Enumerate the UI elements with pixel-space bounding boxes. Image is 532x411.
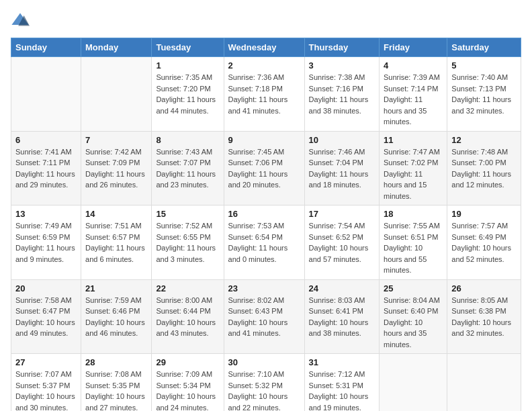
- calendar-cell: 4Sunrise: 7:39 AM Sunset: 7:14 PM Daylig…: [380, 57, 447, 132]
- calendar-cell: 15Sunrise: 7:52 AM Sunset: 6:55 PM Dayli…: [152, 205, 224, 280]
- day-info: Sunrise: 7:35 AM Sunset: 7:20 PM Dayligh…: [156, 72, 219, 116]
- calendar-cell: 2Sunrise: 7:36 AM Sunset: 7:18 PM Daylig…: [224, 57, 304, 132]
- day-number: 5: [451, 60, 517, 71]
- calendar-cell: 28Sunrise: 7:08 AM Sunset: 5:35 PM Dayli…: [81, 354, 152, 412]
- weekday-header-row: SundayMondayTuesdayWednesdayThursdayFrid…: [11, 38, 521, 57]
- calendar-cell: 21Sunrise: 7:59 AM Sunset: 6:46 PM Dayli…: [81, 279, 152, 354]
- page-header: [11, 11, 521, 30]
- weekday-header-monday: Monday: [81, 38, 152, 57]
- logo-icon: [11, 11, 30, 30]
- weekday-header-saturday: Saturday: [447, 38, 521, 57]
- day-number: 10: [309, 135, 375, 145]
- calendar-cell: 23Sunrise: 8:02 AM Sunset: 6:43 PM Dayli…: [224, 279, 304, 354]
- day-number: 27: [15, 357, 77, 367]
- calendar-cell: 26Sunrise: 8:05 AM Sunset: 6:38 PM Dayli…: [447, 279, 521, 354]
- calendar-cell: 13Sunrise: 7:49 AM Sunset: 6:59 PM Dayli…: [11, 205, 81, 280]
- day-number: 11: [384, 135, 443, 145]
- weekday-header-tuesday: Tuesday: [152, 38, 224, 57]
- day-number: 14: [85, 209, 147, 219]
- calendar-cell: 12Sunrise: 7:48 AM Sunset: 7:00 PM Dayli…: [447, 131, 521, 205]
- day-info: Sunrise: 8:02 AM Sunset: 6:43 PM Dayligh…: [228, 295, 300, 339]
- day-number: 22: [156, 283, 219, 293]
- logo: [11, 11, 32, 30]
- day-number: 28: [85, 357, 147, 367]
- day-info: Sunrise: 7:41 AM Sunset: 7:11 PM Dayligh…: [15, 146, 77, 191]
- day-number: 29: [156, 357, 219, 367]
- calendar-cell: [11, 57, 81, 132]
- day-info: Sunrise: 7:47 AM Sunset: 7:02 PM Dayligh…: [384, 146, 443, 202]
- day-info: Sunrise: 7:46 AM Sunset: 7:04 PM Dayligh…: [309, 146, 375, 191]
- calendar-cell: 11Sunrise: 7:47 AM Sunset: 7:02 PM Dayli…: [380, 131, 447, 205]
- day-number: 6: [15, 135, 77, 145]
- calendar-cell: 18Sunrise: 7:55 AM Sunset: 6:51 PM Dayli…: [380, 205, 447, 280]
- day-info: Sunrise: 7:38 AM Sunset: 7:16 PM Dayligh…: [309, 72, 375, 116]
- day-number: 8: [156, 135, 219, 145]
- day-number: 26: [451, 283, 517, 293]
- calendar-cell: 14Sunrise: 7:51 AM Sunset: 6:57 PM Dayli…: [81, 205, 152, 280]
- calendar-cell: 20Sunrise: 7:58 AM Sunset: 6:47 PM Dayli…: [11, 279, 81, 354]
- calendar-cell: 9Sunrise: 7:45 AM Sunset: 7:06 PM Daylig…: [224, 131, 304, 205]
- day-info: Sunrise: 7:36 AM Sunset: 7:18 PM Dayligh…: [228, 72, 300, 116]
- calendar-cell: 31Sunrise: 7:12 AM Sunset: 5:31 PM Dayli…: [304, 354, 379, 412]
- day-info: Sunrise: 7:57 AM Sunset: 6:49 PM Dayligh…: [451, 220, 517, 265]
- calendar-cell: 1Sunrise: 7:35 AM Sunset: 7:20 PM Daylig…: [152, 57, 224, 132]
- day-number: 13: [15, 209, 77, 219]
- day-number: 1: [156, 60, 219, 71]
- calendar-cell: 17Sunrise: 7:54 AM Sunset: 6:52 PM Dayli…: [304, 205, 379, 280]
- day-info: Sunrise: 7:52 AM Sunset: 6:55 PM Dayligh…: [156, 220, 219, 265]
- day-info: Sunrise: 7:53 AM Sunset: 6:54 PM Dayligh…: [228, 220, 300, 265]
- weekday-header-wednesday: Wednesday: [224, 38, 304, 57]
- day-info: Sunrise: 7:42 AM Sunset: 7:09 PM Dayligh…: [85, 146, 147, 191]
- day-info: Sunrise: 7:54 AM Sunset: 6:52 PM Dayligh…: [309, 220, 375, 265]
- day-info: Sunrise: 8:04 AM Sunset: 6:40 PM Dayligh…: [384, 295, 443, 351]
- calendar-week-1: 1Sunrise: 7:35 AM Sunset: 7:20 PM Daylig…: [11, 57, 521, 132]
- day-info: Sunrise: 7:07 AM Sunset: 5:37 PM Dayligh…: [15, 369, 77, 411]
- day-info: Sunrise: 7:08 AM Sunset: 5:35 PM Dayligh…: [85, 369, 147, 411]
- calendar-cell: 7Sunrise: 7:42 AM Sunset: 7:09 PM Daylig…: [81, 131, 152, 205]
- day-info: Sunrise: 7:51 AM Sunset: 6:57 PM Dayligh…: [85, 220, 147, 265]
- calendar-cell: [380, 354, 447, 412]
- day-number: 24: [309, 283, 375, 293]
- day-number: 30: [228, 357, 300, 367]
- day-number: 15: [156, 209, 219, 219]
- calendar-cell: 30Sunrise: 7:10 AM Sunset: 5:32 PM Dayli…: [224, 354, 304, 412]
- day-info: Sunrise: 8:05 AM Sunset: 6:38 PM Dayligh…: [451, 295, 517, 339]
- calendar-cell: 5Sunrise: 7:40 AM Sunset: 7:13 PM Daylig…: [447, 57, 521, 132]
- calendar-cell: 27Sunrise: 7:07 AM Sunset: 5:37 PM Dayli…: [11, 354, 81, 412]
- day-info: Sunrise: 7:48 AM Sunset: 7:00 PM Dayligh…: [451, 146, 517, 191]
- day-info: Sunrise: 7:58 AM Sunset: 6:47 PM Dayligh…: [15, 295, 77, 339]
- weekday-header-friday: Friday: [380, 38, 447, 57]
- day-number: 17: [309, 209, 375, 219]
- day-number: 23: [228, 283, 300, 293]
- day-info: Sunrise: 7:40 AM Sunset: 7:13 PM Dayligh…: [451, 72, 517, 116]
- calendar-cell: 29Sunrise: 7:09 AM Sunset: 5:34 PM Dayli…: [152, 354, 224, 412]
- calendar-table: SundayMondayTuesdayWednesdayThursdayFrid…: [11, 38, 521, 411]
- day-number: 3: [309, 60, 375, 71]
- calendar-cell: 10Sunrise: 7:46 AM Sunset: 7:04 PM Dayli…: [304, 131, 379, 205]
- day-number: 16: [228, 209, 300, 219]
- calendar-cell: 16Sunrise: 7:53 AM Sunset: 6:54 PM Dayli…: [224, 205, 304, 280]
- day-info: Sunrise: 7:12 AM Sunset: 5:31 PM Dayligh…: [309, 369, 375, 411]
- day-info: Sunrise: 8:03 AM Sunset: 6:41 PM Dayligh…: [309, 295, 375, 339]
- calendar-cell: 25Sunrise: 8:04 AM Sunset: 6:40 PM Dayli…: [380, 279, 447, 354]
- day-number: 21: [85, 283, 147, 293]
- calendar-week-5: 27Sunrise: 7:07 AM Sunset: 5:37 PM Dayli…: [11, 354, 521, 412]
- calendar-week-2: 6Sunrise: 7:41 AM Sunset: 7:11 PM Daylig…: [11, 131, 521, 205]
- day-number: 7: [85, 135, 147, 145]
- weekday-header-thursday: Thursday: [304, 38, 379, 57]
- calendar-cell: 19Sunrise: 7:57 AM Sunset: 6:49 PM Dayli…: [447, 205, 521, 280]
- day-info: Sunrise: 7:10 AM Sunset: 5:32 PM Dayligh…: [228, 369, 300, 411]
- calendar-cell: 6Sunrise: 7:41 AM Sunset: 7:11 PM Daylig…: [11, 131, 81, 205]
- calendar-cell: 3Sunrise: 7:38 AM Sunset: 7:16 PM Daylig…: [304, 57, 379, 132]
- day-info: Sunrise: 7:49 AM Sunset: 6:59 PM Dayligh…: [15, 220, 77, 265]
- weekday-header-sunday: Sunday: [11, 38, 81, 57]
- day-info: Sunrise: 8:00 AM Sunset: 6:44 PM Dayligh…: [156, 295, 219, 339]
- calendar-cell: 24Sunrise: 8:03 AM Sunset: 6:41 PM Dayli…: [304, 279, 379, 354]
- day-number: 25: [384, 283, 443, 293]
- day-info: Sunrise: 7:43 AM Sunset: 7:07 PM Dayligh…: [156, 146, 219, 191]
- day-number: 18: [384, 209, 443, 219]
- day-number: 12: [451, 135, 517, 145]
- calendar-cell: [81, 57, 152, 132]
- calendar-cell: 8Sunrise: 7:43 AM Sunset: 7:07 PM Daylig…: [152, 131, 224, 205]
- day-number: 4: [384, 60, 443, 71]
